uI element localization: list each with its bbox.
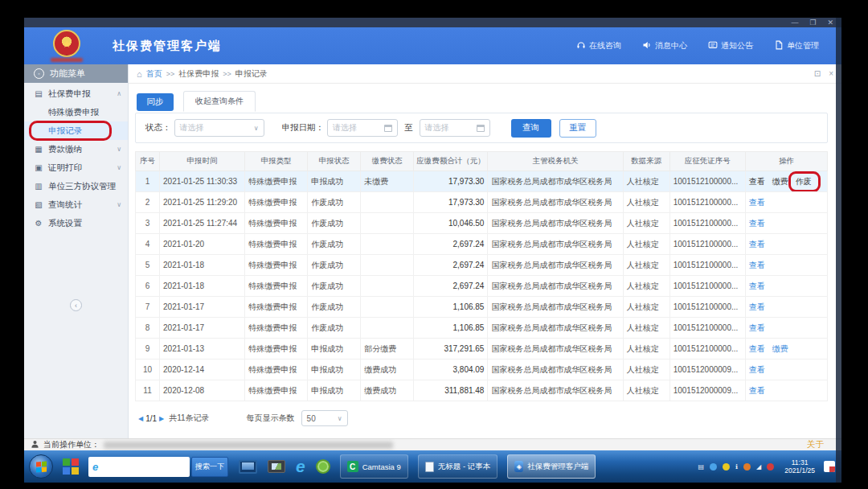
taskbar-window-notepad[interactable]: 无标题 - 记事本: [418, 454, 497, 479]
query-button[interactable]: 查询: [511, 119, 551, 138]
table-row[interactable]: 72021-01-17特殊缴费申报作废成功1,106.85国家税务总局成都市成华…: [136, 297, 828, 318]
op-view-link[interactable]: 查看: [749, 197, 765, 208]
stats-icon: ▧: [34, 200, 43, 209]
sidebar-item-feikuan-jiaona[interactable]: ▦ 费款缴纳 ∨: [24, 140, 128, 158]
table-row[interactable]: 12021-01-25 11:30:33特殊缴费申报申报成功未缴费17,973.…: [136, 171, 828, 192]
table-row[interactable]: 82021-01-17特殊缴费申报作废成功1,106.85国家税务总局成都市成华…: [136, 318, 828, 339]
internet-explorer-icon[interactable]: e: [296, 458, 305, 475]
op-view-link[interactable]: 查看: [749, 260, 765, 271]
taskbar-clock[interactable]: 11:31 2021/1/25: [784, 458, 815, 475]
chevron-down-icon: ∨: [254, 125, 259, 132]
tray-keyboard-icon[interactable]: ▤: [698, 463, 704, 471]
breadcrumb-level1[interactable]: 社保费申报: [178, 68, 219, 80]
op-view-link[interactable]: 查看: [749, 323, 765, 334]
sidebar-item-teshu-jiaofei[interactable]: 特殊缴费申报: [24, 103, 128, 121]
to-label: 至: [404, 122, 413, 134]
table-cell: 311,881.48: [414, 380, 488, 401]
tray-status-icon[interactable]: [723, 463, 730, 471]
tray-alert-icon[interactable]: [767, 463, 774, 471]
sidebar-item-sanfang-xieyi[interactable]: ▥ 单位三方协议管理: [24, 177, 128, 195]
table-row[interactable]: 52021-01-18特殊缴费申报作废成功2,697.24国家税务总局成都市成华…: [136, 255, 828, 276]
date-from-input[interactable]: 请选择: [327, 119, 398, 137]
op-view-link[interactable]: 查看: [749, 385, 765, 397]
table-cell: 人社核定: [623, 192, 669, 213]
op-view-link[interactable]: 查看: [749, 218, 765, 229]
table-row[interactable]: 22021-01-25 11:29:20特殊缴费申报作废成功17,973.30国…: [136, 192, 828, 213]
person-icon: [31, 440, 39, 450]
online-consult-link[interactable]: 在线咨询: [576, 40, 621, 51]
reset-button[interactable]: 重置: [559, 119, 596, 138]
show-desktop-icon[interactable]: [239, 460, 257, 474]
ie-icon: e: [92, 461, 98, 473]
close-button[interactable]: ✕: [827, 18, 833, 27]
table-cell: [361, 192, 414, 213]
status-select-value: 请选择: [180, 122, 204, 134]
sidebar-item-shenbao-jilu[interactable]: 申报记录: [24, 121, 128, 140]
input-language-icon[interactable]: [824, 461, 835, 472]
record-count: 共11条记录: [169, 413, 209, 424]
panel-close-icon[interactable]: ×: [829, 69, 833, 78]
table-row[interactable]: 92021-01-13特殊缴费申报申报成功部分缴费317,291.65国家税务总…: [136, 339, 828, 360]
collapse-query-tab[interactable]: 收起查询条件: [183, 91, 256, 112]
table-row[interactable]: 102020-12-14特殊缴费申报申报成功缴费成功3,804.09国家税务总局…: [136, 360, 828, 380]
op-pay-link[interactable]: 缴费: [772, 176, 788, 187]
sidebar-item-zhengming-dayin[interactable]: ▣ 证明打印 ∨: [24, 158, 128, 177]
table-row[interactable]: 112020-12-08特殊缴费申报申报成功缴费成功311,881.48国家税务…: [136, 380, 828, 401]
maximize-button[interactable]: ❐: [809, 18, 816, 27]
table-row[interactable]: 42021-01-20特殊缴费申报作废成功2,697.24国家税务总局成都市成华…: [136, 234, 828, 255]
table-cell: 10: [136, 360, 160, 380]
sidebar-collapse-button[interactable]: ‹: [70, 299, 82, 311]
prev-page-button[interactable]: ◀: [138, 415, 143, 422]
table-cell: 国家税务总局成都市成华区税务局: [488, 276, 623, 297]
per-page-select[interactable]: 50 ∨: [301, 410, 348, 426]
sync-button[interactable]: 同步: [137, 93, 174, 111]
op-view-link[interactable]: 查看: [749, 176, 765, 187]
launcher-icon[interactable]: [63, 458, 79, 475]
taskbar-window-client[interactable]: ◈ 社保费管理客户端: [507, 454, 596, 479]
op-pay-link[interactable]: 缴费: [772, 343, 788, 355]
unit-manage-link[interactable]: 单位管理: [774, 40, 819, 51]
start-button[interactable]: [29, 454, 53, 479]
minimize-button[interactable]: —: [791, 18, 798, 27]
breadcrumb-separator: >>: [166, 70, 175, 78]
breadcrumb-home[interactable]: 首页: [146, 68, 162, 80]
op-void-link[interactable]: 作废: [796, 176, 812, 187]
taskbar-window-camtasia[interactable]: C Camtasia 9: [340, 454, 408, 479]
taskbar-search-input[interactable]: [101, 462, 169, 471]
sidebar-item-chaxun-tongji[interactable]: ▧ 查询统计 ∨: [24, 195, 128, 214]
taskbar-search-button[interactable]: 搜索一下: [191, 457, 228, 477]
pagination: ◀ 1/1 ▶ 共11条记录 每页显示条数 50 ∨: [138, 410, 348, 426]
panel-options-icon[interactable]: ⊡: [814, 69, 821, 78]
clock-date: 2021/1/25: [784, 466, 815, 475]
table-cell: 1001512100000...: [669, 171, 745, 192]
op-view-link[interactable]: 查看: [749, 281, 765, 292]
tray-shield-icon[interactable]: [710, 463, 717, 471]
op-view-link[interactable]: 查看: [749, 364, 765, 376]
sidebar-item-xitong-shezhi[interactable]: ⚙ 系统设置: [24, 214, 128, 232]
screenshot-tool-icon[interactable]: [268, 460, 285, 473]
table-cell: 特殊缴费申报: [245, 297, 308, 318]
table-row[interactable]: 32021-01-25 11:27:44特殊缴费申报作废成功10,046.50国…: [136, 213, 828, 234]
next-page-button[interactable]: ▶: [159, 415, 164, 422]
app-title: 社保费管理客户端: [113, 39, 222, 54]
tray-app-icon[interactable]: [743, 463, 751, 471]
client-app-icon: ◈: [514, 461, 523, 472]
taskbar-search-box[interactable]: e: [88, 457, 190, 477]
table-cell: 作废成功: [308, 255, 361, 276]
table-cell: 部分缴费: [361, 339, 414, 360]
tray-info-icon[interactable]: ℹ: [735, 463, 738, 471]
status-select[interactable]: 请选择 ∨: [174, 119, 264, 137]
antivirus-icon[interactable]: [316, 459, 330, 474]
unit-manage-label: 单位管理: [787, 40, 819, 51]
sidebar-item-shebaofei-shenbao[interactable]: ▤ 社保费申报 ∧: [24, 84, 128, 103]
table-row[interactable]: 62021-01-18特殊缴费申报作废成功2,697.24国家税务总局成都市成华…: [136, 276, 828, 297]
table-cell: 1,106.85: [414, 297, 488, 318]
notice-link[interactable]: 通知公告: [708, 40, 753, 51]
op-view-link[interactable]: 查看: [749, 239, 765, 250]
about-link[interactable]: 关于: [807, 439, 824, 450]
network-signal-icon[interactable]: ◢: [756, 463, 761, 471]
message-center-link[interactable]: 消息中心: [642, 40, 687, 51]
date-to-input[interactable]: 请选择: [420, 119, 490, 137]
op-view-link[interactable]: 查看: [749, 302, 765, 313]
op-view-link[interactable]: 查看: [749, 343, 765, 355]
